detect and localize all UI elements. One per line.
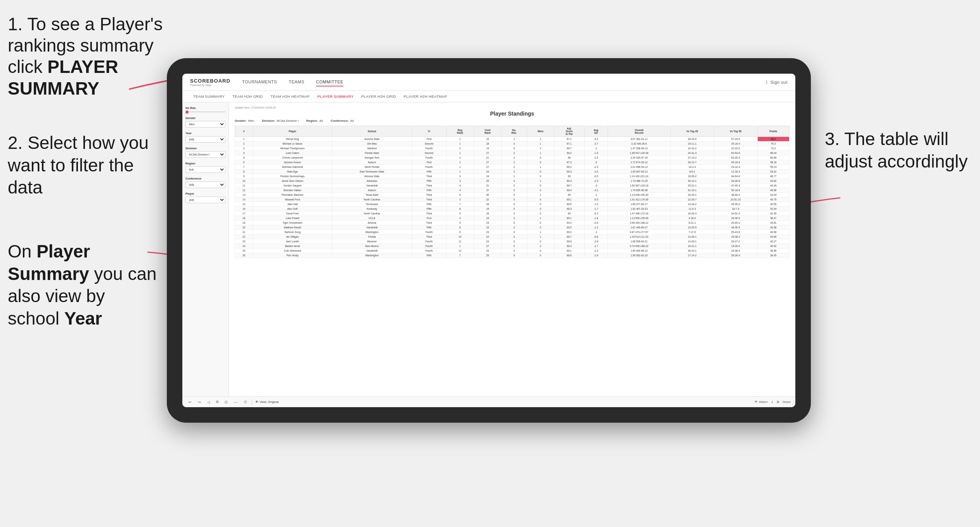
cell-vs25: 11-5-3 [670,207,714,211]
table-row[interactable]: 15 Jake Hall Tennessee Fifth 7 28 0 0 68… [235,202,790,207]
toolbar-copy[interactable]: ⧉ [215,399,220,405]
toolbar-clock[interactable]: ⏱ [242,399,249,405]
sub-nav-team-h2h-heatmap[interactable]: TEAM H2H HEATMAP [267,93,313,100]
cell-overall: 3.10 440-26-6 [608,142,670,146]
toolbar-export[interactable]: ⤓ [771,400,774,404]
sign-out-link[interactable]: Sign out [770,78,788,86]
toolbar-grid[interactable]: ⊞ [777,400,779,404]
cell-vs50: 25-43-9 [714,230,757,235]
sub-nav-team-h2h-grid[interactable]: TEAM H2H GRID [229,93,266,100]
table-row[interactable]: 3 Michael Thorbjornsen Stanford Fourth 2… [235,146,790,151]
logo-text: SCOREBOARD [190,78,230,84]
cell-conf-rank: 23 [474,249,501,253]
table-row[interactable]: 13 Phichaksn Maichon Texas A&M Third 6 3… [235,193,790,197]
toolbar-redo[interactable]: ↪ [196,399,203,405]
toolbar-share[interactable]: Share [783,400,791,404]
sidebar-player-select[interactable]: (All) [185,197,225,203]
cell-vs25: 17-14-2 [670,253,714,258]
cell-yr: Fourth [412,156,447,160]
cell-yr: Second [412,142,447,146]
sidebar-year-select[interactable]: (All) First Second Third Fourth Fifth [185,136,225,143]
sub-nav-team-summary[interactable]: TEAM SUMMARY [190,93,228,100]
table-row[interactable]: 14 Maxwell Ford North Carolina Third 3 2… [235,197,790,202]
sidebar-region-select[interactable]: N/A [185,166,225,173]
cell-points: 40.55 [757,202,789,207]
table-row[interactable]: 6 Jackson Koivun Auburn First 2 27 2 0 6… [235,160,790,165]
cell-adj-score: 68.7 [554,146,584,151]
nav-committee[interactable]: COMMITTEE [316,78,344,86]
cell-points: 40.96 [757,188,789,193]
update-time: Update time: 27/03/2024 16:56:26 [235,106,790,109]
sidebar-conference: Conference (All) [185,177,225,188]
cell-vs25: 14-3-3 [670,165,714,169]
table-row[interactable]: 10 Jacob Skov Olesen Arkansas Fifth 3 25… [235,179,790,183]
toolbar-paste[interactable]: ⊡ [223,399,229,405]
cell-points: 58.18 [757,160,789,165]
cell-adj-score: 69.2 [554,230,584,235]
cell-vs25: 26-23-1 [670,249,714,253]
cell-rank: 10 [235,179,253,183]
table-row[interactable]: 23 Jack Lundin Missouri Fourth 11 24 0 0… [235,239,790,244]
cell-yr: Third [412,235,447,239]
cell-overall: 1.43 514-111-52 [608,235,670,239]
cell-conf-rank: 18 [474,211,501,216]
table-row[interactable]: 8 Mats Ege East Tennessee State Fifth 1 … [235,169,790,174]
cell-no-rds: 0 [501,253,527,258]
cell-avg-sg: -1.5 [584,179,608,183]
cell-reg-rank: 10 [446,235,474,239]
cell-conf-rank: 30 [474,193,501,197]
table-row[interactable]: 12 Brendan Valdes Auburn Fifth 4 37 0 0 … [235,188,790,193]
cell-overall: 1.68 509-82-21 [608,239,670,244]
table-row[interactable]: 26 Petr Hruby Washington Fifth 7 25 0 0 … [235,253,790,258]
cell-points: 39.95 [757,249,789,253]
cell-no-rds: 0 [501,183,527,188]
cell-points: 76.3 [757,142,789,146]
table-row[interactable]: 18 Luke Powell UCLA First 4 24 0 1 69.1 … [235,216,790,221]
table-row[interactable]: 9 Preston Summerhays Arizona State Third… [235,174,790,179]
slider-thumb[interactable] [185,111,189,114]
table-row[interactable]: 7 Nicholas Gabrelcik North Florida Fourt… [235,165,790,169]
cell-vs25: 28-15-0 [670,137,714,142]
cell-overall: 1.47 208-99-13 [608,146,670,151]
cell-overall: 1.66 377-82-17 [608,202,670,207]
cell-conf-rank: 27 [474,160,501,165]
nav-teams[interactable]: TEAMS [289,78,304,86]
table-row[interactable]: 19 Tiger Christensen Arizona Third 5 23 … [235,221,790,225]
table-row[interactable]: 24 Bastien Amat New Mexico Fourth 1 27 0… [235,244,790,249]
sub-nav-player-h2h-grid[interactable]: PLAYER H2H GRID [358,93,399,100]
cell-conf-rank: 24 [474,174,501,179]
cell-rank: 23 [235,239,253,244]
table-row[interactable]: 4 Luke Claton Florida State Second 1 27 … [235,151,790,156]
table-row[interactable]: 17 David Ford North Carolina Third 9 18 … [235,211,790,216]
table-row[interactable]: 11 Gordon Sargent Vanderbilt Third 4 21 … [235,183,790,188]
toolbar-watch[interactable]: 👁 Watch [755,400,767,404]
cell-reg-rank: 11 [446,239,474,244]
cell-adj-score: 68 [554,156,584,160]
sidebar-division-select[interactable]: NCAA Division I [185,151,225,158]
watch-icon: 👁 [755,400,758,404]
cell-yr: Fourth [412,146,447,151]
table-row[interactable]: 20 Matthew Riedel Vanderbilt Fifth 8 23 … [235,225,790,230]
sidebar-conference-select[interactable]: (All) [185,181,225,188]
cell-vs50: 22-22-0 [714,146,757,151]
table-row[interactable]: 21 Taehoon Song Washington Fourth 6 23 0… [235,230,790,235]
toolbar-back[interactable]: ◁ [206,399,211,405]
table-row[interactable]: 22 Ian Gilligan Florida Third 10 24 0 1 … [235,235,790,239]
table-row[interactable]: 1 Wenyi Ding Arizona State First 1 15 1 … [235,137,790,142]
cell-yr: Fourth [412,239,447,244]
cell-vs50: 50-18-6 [714,188,757,193]
table-row[interactable]: 16 Alex Goff Kentucky Fifth 8 19 0 0 68.… [235,207,790,211]
toolbar-undo[interactable]: ↩ [187,399,193,405]
nav-tournaments[interactable]: TOURNAMENTS [242,78,277,86]
sidebar-gender-select[interactable]: Men [185,121,225,128]
cell-points: 43.03 [757,193,789,197]
cell-avg-sg: -1.2 [584,249,608,253]
toolbar-dash[interactable]: — [232,399,239,405]
sub-nav-player-h2h-heatmap[interactable]: PLAYER H2H HEATMAP [401,93,450,100]
sub-nav-player-summary[interactable]: PLAYER SUMMARY [314,93,357,100]
table-row[interactable]: 2 Michael Le Sasso Ole Miss Second 1 18 … [235,142,790,146]
cell-conf-rank: 27 [474,165,501,169]
table-row[interactable]: 5 Christo Lamprecht Georgia Tech Fourth … [235,156,790,160]
cell-points: 43.81 [757,221,789,225]
table-row[interactable]: 25 Cole Sherwood Vanderbilt Fourth 12 23… [235,249,790,253]
